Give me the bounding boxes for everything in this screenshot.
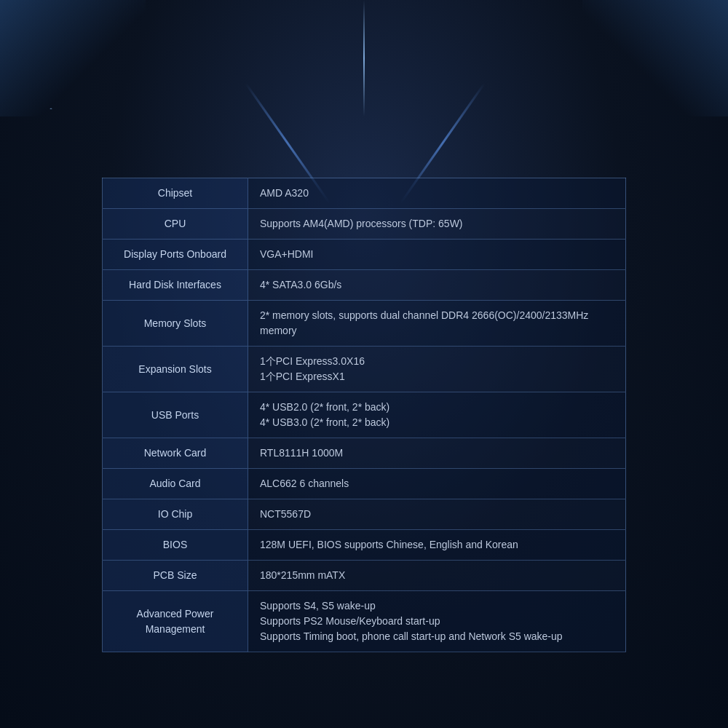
table-row: IO ChipNCT5567D (103, 499, 626, 530)
spec-value: RTL8111H 1000M (248, 438, 626, 469)
spec-label: USB Ports (103, 392, 248, 438)
spec-label: PCB Size (103, 561, 248, 591)
table-row: BIOS128M UEFI, BIOS supports Chinese, En… (103, 530, 626, 561)
table-row: USB Ports4* USB2.0 (2* front, 2* back)4*… (103, 392, 626, 438)
spec-value: AMD A320 (248, 178, 626, 209)
spec-label: BIOS (103, 530, 248, 561)
spec-value: 4* USB2.0 (2* front, 2* back)4* USB3.0 (… (248, 392, 626, 438)
spec-value: Supports AM4(AMD) processors (TDP: 65W) (248, 209, 626, 240)
table-row: Memory Slots2* memory slots, supports du… (103, 301, 626, 347)
spec-label: Audio Card (103, 469, 248, 499)
spec-label: Memory Slots (103, 301, 248, 347)
content-wrapper: ChipsetAMD A320CPUSupports AM4(AMD) proc… (0, 0, 728, 728)
table-row: Expansion Slots1个PCI Express3.0X161个PCI … (103, 347, 626, 392)
spec-label: Hard Disk Interfaces (103, 270, 248, 301)
table-row: Network CardRTL8111H 1000M (103, 438, 626, 469)
table-row: ChipsetAMD A320 (103, 178, 626, 209)
spec-value: Supports S4, S5 wake-upSupports PS2 Mous… (248, 591, 626, 652)
table-row: CPUSupports AM4(AMD) processors (TDP: 65… (103, 209, 626, 240)
table-row: Display Ports OnboardVGA+HDMI (103, 240, 626, 270)
spec-label: Advanced Power Management (103, 591, 248, 652)
spec-value: NCT5567D (248, 499, 626, 530)
table-row: Hard Disk Interfaces4* SATA3.0 6Gb/s (103, 270, 626, 301)
spec-label: IO Chip (103, 499, 248, 530)
spec-label: Display Ports Onboard (103, 240, 248, 270)
spec-value: VGA+HDMI (248, 240, 626, 270)
spec-value: ALC662 6 channels (248, 469, 626, 499)
spec-value: 4* SATA3.0 6Gb/s (248, 270, 626, 301)
spec-value: 128M UEFI, BIOS supports Chinese, Englis… (248, 530, 626, 561)
spec-value: 1个PCI Express3.0X161个PCI ExpressX1 (248, 347, 626, 392)
spec-value: 180*215mm mATX (248, 561, 626, 591)
spec-label: Expansion Slots (103, 347, 248, 392)
spec-table: ChipsetAMD A320CPUSupports AM4(AMD) proc… (102, 178, 626, 652)
spec-value: 2* memory slots, supports dual channel D… (248, 301, 626, 347)
table-row: PCB Size180*215mm mATX (103, 561, 626, 591)
table-row: Audio CardALC662 6 channels (103, 469, 626, 499)
spec-label: Chipset (103, 178, 248, 209)
spec-label: CPU (103, 209, 248, 240)
spec-label: Network Card (103, 438, 248, 469)
table-row: Advanced Power ManagementSupports S4, S5… (103, 591, 626, 652)
